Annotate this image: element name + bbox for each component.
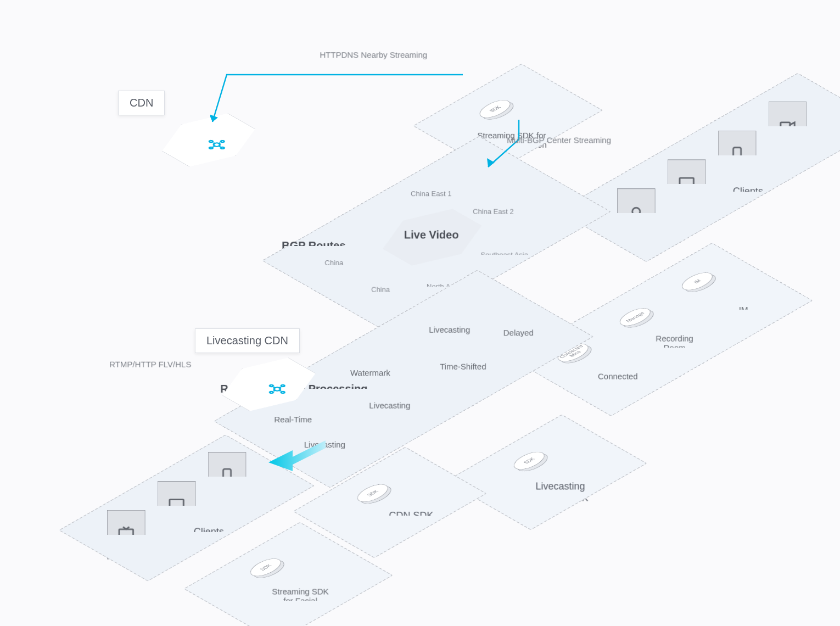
clients-bottom-label: Clients <box>194 526 224 538</box>
proc-r2-3: Delayed Broadcast <box>503 328 541 346</box>
svg-point-33 <box>209 147 213 149</box>
svg-point-31 <box>209 140 213 143</box>
svg-rect-1 <box>680 178 694 187</box>
svg-rect-2 <box>733 148 741 163</box>
manage-disc: Manage <box>605 300 669 337</box>
svc-connected-mics: Connected Mics <box>598 372 638 390</box>
arrow-rtmp-label: RTMP/HTTP FLV/HLS <box>109 360 191 369</box>
clients-label: Clients <box>733 186 763 197</box>
svc-im: IM <box>739 305 748 314</box>
svc-recording-room: Recording Room Management <box>651 334 699 362</box>
svg-point-39 <box>281 384 285 387</box>
bgp-title: BGP Routes <box>282 239 345 252</box>
livecasting-sdk-label: Livecasting Service SDK <box>532 480 588 504</box>
livecasting-sdk-panel: SDK Livecasting Service SDK <box>445 415 647 530</box>
proc-r1-1: Watermark Management <box>350 368 399 387</box>
svg-rect-26 <box>119 529 133 539</box>
sdk-disc-cdn: SDK <box>343 476 406 512</box>
im-disc: IM <box>667 264 731 301</box>
svg-point-29 <box>226 480 228 482</box>
video-camera-icon <box>769 102 807 151</box>
phone-icon <box>718 131 757 180</box>
sdk-disc-live: SDK <box>499 443 563 480</box>
sdk-disc-bottom: SDK <box>236 550 299 587</box>
svg-point-3 <box>736 159 738 161</box>
svg-point-34 <box>220 140 225 143</box>
proc-r1-0: Real-Time Coding <box>274 415 312 433</box>
svg-rect-28 <box>223 469 231 484</box>
arrow-httpdns-label: HTTPDNS Nearby Streaming <box>320 50 427 59</box>
proc-r1-2: Livecasting Recording <box>429 325 470 344</box>
live-video-center-hex <box>368 200 496 274</box>
camera-icon <box>617 188 656 238</box>
bgp-region-east2: China East 2 (Shanghai) <box>473 208 513 224</box>
tv-icon <box>107 510 145 560</box>
svg-point-37 <box>281 391 285 394</box>
proc-r2-1: Livecasting Authentication <box>369 401 421 420</box>
bgp-region-south: China South <box>371 286 390 302</box>
monitor-icon <box>668 159 706 209</box>
flow-arrow-icon <box>266 434 327 474</box>
svg-point-38 <box>269 391 273 394</box>
svg-rect-27 <box>170 500 184 509</box>
bgp-region-north: China North <box>324 259 343 275</box>
proc-r2-2: Time-Shifted Viewing <box>440 362 486 381</box>
svg-rect-4 <box>781 122 790 130</box>
arrow-httpdns <box>210 72 468 138</box>
livecasting-cdn-tag: Livecasting CDN <box>195 328 300 353</box>
bgp-region-east1: China East 1 (Hangzhou) <box>411 189 451 206</box>
bgp-region-sea: Southeast Asia <box>480 251 528 259</box>
streaming-sdk-bottom-label: Streaming SDK for Facial Optimization <box>272 586 328 614</box>
svg-point-32 <box>220 147 225 149</box>
diagram-root: Clients SDK Streaming SDK for Facial Opt… <box>36 38 804 588</box>
clients-top-panel: Clients <box>557 73 840 262</box>
cdn-sdk-label: CDN SDK <box>389 510 433 522</box>
monitor-icon <box>158 481 196 530</box>
svg-point-0 <box>632 208 640 215</box>
phone-icon <box>208 452 247 501</box>
arrow-multibgp <box>480 118 524 172</box>
cdn-tag: CDN <box>118 91 165 115</box>
svg-point-36 <box>269 384 273 387</box>
